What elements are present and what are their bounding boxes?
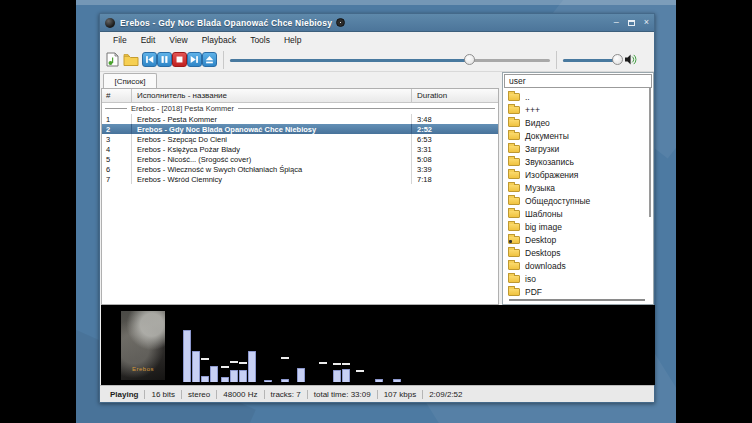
- stop-button[interactable]: [172, 52, 187, 67]
- folder-item[interactable]: Видео: [504, 116, 647, 129]
- column-duration[interactable]: Duration: [412, 89, 498, 102]
- previous-button[interactable]: [142, 52, 157, 67]
- next-button[interactable]: [187, 52, 202, 67]
- menu-view[interactable]: View: [162, 33, 194, 47]
- app-icon: [105, 18, 115, 28]
- playlist-row[interactable]: 6 Erebos - Wieczność w Swych Otchłaniach…: [102, 164, 498, 174]
- spectrum-peak: [333, 363, 341, 365]
- track-title: Erebos - Wieczność w Swych Otchłaniach Ś…: [132, 164, 412, 174]
- status-channels: stereo: [182, 390, 217, 399]
- spectrum-bar: [281, 379, 289, 382]
- playlist-row[interactable]: 7 Erebos - Wśród Ciemnicy 7:18: [102, 174, 498, 184]
- menu-tools[interactable]: Tools: [243, 33, 277, 47]
- folder-item[interactable]: downloads: [504, 259, 647, 272]
- vertical-scrollbar[interactable]: [649, 87, 651, 217]
- album-art: Erebos: [121, 311, 165, 380]
- playlist-row-selected[interactable]: 2 Erebos - Gdy Noc Blada Opanować Chce N…: [102, 124, 498, 134]
- track-duration: 3:31: [412, 144, 498, 154]
- menubar: File Edit View Playback Tools Help: [100, 32, 654, 48]
- status-position: 2:09/2:52: [423, 390, 468, 399]
- folder-icon: [508, 132, 520, 140]
- folder-item[interactable]: Музыка: [504, 181, 647, 194]
- playlist-row[interactable]: 3 Erebos - Szepcąc Do Cieni 6:53: [102, 134, 498, 144]
- playlist-row[interactable]: 1 Erebos - Pesta Kommer 3:48: [102, 114, 498, 124]
- folder-icon: [508, 106, 520, 114]
- track-title: Erebos - Szepcąc Do Cieni: [132, 134, 412, 144]
- column-artist-title[interactable]: Исполнитель - название: [132, 89, 412, 102]
- folder-item[interactable]: PDF: [504, 285, 647, 296]
- visualizer-panel: Erebos: [101, 305, 655, 385]
- spectrum-peak: [342, 363, 350, 365]
- playlist-panel: [Список] # Исполнитель - название Durati…: [101, 72, 499, 305]
- folder-item[interactable]: big image: [504, 220, 647, 233]
- playlist-tab[interactable]: [Список]: [103, 73, 157, 88]
- spectrum-bar: [201, 376, 209, 382]
- folder-icon: [508, 93, 520, 101]
- spectrum-bar: [230, 370, 238, 382]
- status-bits: 16 bits: [145, 390, 182, 399]
- screen: Erebos - Gdy Noc Blada Opanować Chce Nie…: [0, 0, 752, 423]
- seek-handle[interactable]: [464, 54, 475, 65]
- volume-slider[interactable]: [563, 52, 621, 68]
- next-icon: [189, 54, 200, 65]
- album-art-label: Erebos: [132, 366, 154, 380]
- filebrowser-path-input[interactable]: user: [504, 74, 652, 88]
- folder-item[interactable]: Документы: [504, 129, 647, 142]
- spectrum-bar: [183, 330, 191, 382]
- file-icon: [106, 52, 119, 67]
- folder-item[interactable]: Загрузки: [504, 142, 647, 155]
- pause-icon: [159, 54, 170, 65]
- maximize-button[interactable]: [628, 20, 635, 26]
- menu-help[interactable]: Help: [277, 33, 308, 47]
- column-number[interactable]: #: [102, 89, 132, 102]
- titlebar[interactable]: Erebos - Gdy Noc Blada Opanować Chce Nie…: [100, 14, 654, 32]
- disc-icon: [336, 18, 345, 27]
- menu-edit[interactable]: Edit: [134, 33, 163, 47]
- seek-slider[interactable]: [230, 52, 550, 68]
- add-folder-button[interactable]: [123, 52, 139, 68]
- volume-handle[interactable]: [612, 54, 623, 65]
- menu-file[interactable]: File: [106, 33, 134, 47]
- track-title: Erebos - Księżyca Pożar Blady: [132, 144, 412, 154]
- folder-item-up[interactable]: ..: [504, 90, 647, 103]
- spectrum-bar: [297, 368, 305, 382]
- spectrum-bar: [248, 351, 256, 382]
- track-duration: 2:52: [412, 124, 498, 134]
- folder-icon: [508, 210, 520, 218]
- folder-icon: [508, 275, 520, 283]
- spectrum-peak: [319, 362, 327, 364]
- folder-item[interactable]: Общедоступные: [504, 194, 647, 207]
- spectrum-bar: [221, 377, 229, 382]
- open-file-button[interactable]: [104, 52, 120, 68]
- previous-icon: [144, 54, 155, 65]
- folder-item[interactable]: iso: [504, 272, 647, 285]
- status-bitrate: 107 kbps: [378, 390, 423, 399]
- spectrum-bar: [210, 366, 218, 382]
- spectrum-peak: [201, 358, 209, 360]
- folder-item[interactable]: Изображения: [504, 168, 647, 181]
- menu-playback[interactable]: Playback: [195, 33, 244, 47]
- folder-item-desktop[interactable]: Desktop: [504, 233, 647, 246]
- track-title: Erebos - Wśród Ciemnicy: [132, 174, 412, 184]
- folder-icon: [508, 145, 520, 153]
- playlist-row[interactable]: 4 Erebos - Księżyca Pożar Blady 3:31: [102, 144, 498, 154]
- playlist-row[interactable]: 5 Erebos - Nicość... (Srogość cover) 5:0…: [102, 154, 498, 164]
- eject-button[interactable]: [202, 52, 217, 67]
- minimize-button[interactable]: –: [614, 18, 619, 27]
- folder-item[interactable]: +++: [504, 103, 647, 116]
- folder-item[interactable]: Звукозапись: [504, 155, 647, 168]
- folder-icon: [508, 262, 520, 270]
- folder-item[interactable]: Шаблоны: [504, 207, 647, 220]
- folder-item[interactable]: Desktops: [504, 246, 647, 259]
- folder-icon: [508, 223, 520, 231]
- status-samplerate: 48000 Hz: [217, 390, 264, 399]
- main-content: [Список] # Исполнитель - название Durati…: [100, 72, 654, 305]
- filebrowser-list: .. +++ Видео Документы Загрузки Звукозап…: [504, 90, 647, 296]
- playlist-table: # Исполнитель - название Duration Erebos…: [101, 88, 499, 305]
- track-number: 7: [102, 174, 132, 184]
- toolbar-separator: [556, 51, 557, 69]
- horizontal-scrollbar[interactable]: [509, 299, 645, 301]
- pause-button[interactable]: [157, 52, 172, 67]
- close-button[interactable]: ×: [644, 18, 649, 27]
- spectrum-bar: [333, 370, 341, 382]
